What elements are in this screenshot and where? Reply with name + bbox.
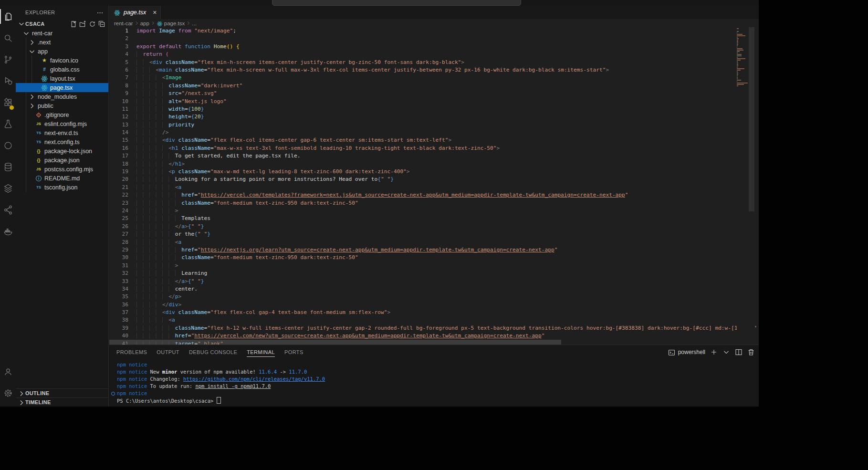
kill-terminal-icon[interactable] [747,348,755,356]
code-line-2: 2 [109,35,759,42]
settings-activity-icon[interactable] [0,382,16,404]
folder-public[interactable]: public [16,101,108,110]
file-favicon.ico[interactable]: ★favicon.ico [16,56,108,65]
line-number: 21 [109,184,136,191]
code-line-31: 31 > [109,262,759,270]
split-terminal-icon[interactable] [735,348,743,356]
line-number: 29 [109,246,136,254]
code-line-37: 37 <div className="flex flex-col gap-4 t… [109,309,759,316]
views-and-more-actions-icon[interactable]: ⋯ [97,9,104,16]
explorer-actions [70,21,105,28]
powershell-terminal-icon [668,349,675,356]
line-number: 17 [109,152,136,160]
launch-profile-chevron-icon[interactable] [722,348,730,356]
line-number: 40 [109,332,136,340]
command-center[interactable] [272,0,521,6]
line-number: 6 [109,66,136,74]
project-section-header[interactable]: CSACA [16,19,108,29]
timeline-section[interactable]: TIMELINE [16,397,108,407]
terminal-output[interactable]: npm noticenpm notice New minor version o… [117,361,752,407]
file-package.json[interactable]: {}package.json [16,156,108,165]
horizontal-scrollbar[interactable] [109,340,737,345]
tab-page-tsx[interactable]: page.tsx × [109,6,161,19]
panel-tab-debug-console[interactable]: DEBUG CONSOLE [189,347,237,357]
json-file-icon: {} [35,147,42,155]
react-file-icon [41,84,48,92]
source-control-activity-icon[interactable] [0,49,16,70]
database-activity-icon[interactable] [0,156,16,178]
line-number: 1 [109,27,136,35]
item-label: page.tsx [50,84,73,91]
css-file-icon: # [41,66,48,73]
file-package-lock.json[interactable]: {}package-lock.json [16,146,108,156]
file-postcss.config.mjs[interactable]: JSpostcss.config.mjs [16,165,108,174]
close-tab-icon[interactable]: × [153,9,157,16]
command-decoration-icon[interactable] [111,392,115,396]
run-and-debug-activity-icon[interactable] [0,70,16,92]
explorer-activity-icon[interactable] [0,6,16,27]
file-page.tsx[interactable]: page.tsx [16,83,108,92]
share-graph-activity-icon[interactable] [0,199,16,220]
file-eslint.config.mjs[interactable]: JSeslint.config.mjs [16,119,108,128]
code-line-39: 39 className="flex h-12 w-full items-cen… [109,324,759,332]
file-tsconfig.json[interactable]: TStsconfig.json [16,183,108,192]
layers-activity-icon[interactable] [0,178,16,199]
minimap[interactable] [737,27,748,345]
item-label: README.md [44,175,80,182]
panel-tab-terminal[interactable]: TERMINAL [247,347,275,357]
panel-tab-problems[interactable]: PROBLEMS [116,347,147,357]
folder-rent-car[interactable]: rent-car [16,29,108,38]
github-activity-icon[interactable] [0,135,16,156]
item-label: node_modules [38,94,77,100]
breadcrumb-item[interactable]: ... [192,21,197,26]
item-label: layout.tsx [50,75,75,82]
vertical-scrollbar[interactable] [748,27,755,345]
line-number: 31 [109,262,136,270]
code-line-4: 4 return ( [109,51,759,58]
code-line-9: 9 src="/next.svg" [109,90,759,97]
new-file-icon[interactable] [70,21,77,28]
code-line-23: 23 className="font-medium text-zinc-950 … [109,199,759,207]
breadcrumb-item[interactable]: page.tsx [157,20,185,26]
code-editor[interactable]: 1import Image from "next/image";23export… [109,27,759,345]
panel-tab-ports[interactable]: PORTS [284,347,303,357]
line-number: 3 [109,43,136,51]
collapse-all-icon[interactable] [98,21,105,28]
refresh-icon[interactable] [89,21,96,28]
breadcrumb-item[interactable]: app [140,21,149,26]
sidebar-title-row: EXPLORER ⋯ [16,6,108,19]
file-globals.css[interactable]: #globals.css [16,65,108,74]
testing-activity-icon[interactable] [0,113,16,135]
line-number: 37 [109,309,136,316]
folder-app[interactable]: app [16,47,108,56]
accounts-activity-icon[interactable] [0,361,16,382]
line-number: 20 [109,176,136,183]
line-number: 39 [109,324,136,332]
panel-tab-output[interactable]: OUTPUT [157,347,179,357]
item-label: .next [38,39,51,46]
file-next.config.ts[interactable]: TSnext.config.ts [16,137,108,146]
code-line-27: 27 or the{" "} [109,230,759,238]
folder-node_modules[interactable]: node_modules [16,92,108,101]
item-label: .gitignore [44,112,69,118]
search-activity-icon[interactable] [0,27,16,49]
new-folder-icon[interactable] [79,21,86,28]
code-line-7: 7 <Image [109,74,759,82]
file-layout.tsx[interactable]: layout.tsx [16,74,108,83]
file-.gitignore[interactable]: .gitignore [16,110,108,119]
line-number: 28 [109,239,136,246]
extensions-badge [9,105,14,110]
file-next-env.d.ts[interactable]: TSnext-env.d.ts [16,128,108,137]
breadcrumb-item[interactable]: rent-car [114,21,133,26]
file-README.md[interactable]: README.md [16,174,108,183]
folder-.next[interactable]: .next [16,38,108,47]
docker-activity-icon[interactable] [0,220,16,242]
line-number: 36 [109,301,136,309]
shell-selector[interactable]: powershell [668,349,705,356]
outline-section[interactable]: OUTLINE [16,388,108,397]
new-terminal-icon[interactable] [710,348,718,356]
breadcrumbs: rent-carapppage.tsx... [109,19,759,27]
chevron-right-icon [18,399,24,406]
extensions-activity-icon[interactable] [0,92,16,113]
chevron-right-icon [150,21,156,26]
